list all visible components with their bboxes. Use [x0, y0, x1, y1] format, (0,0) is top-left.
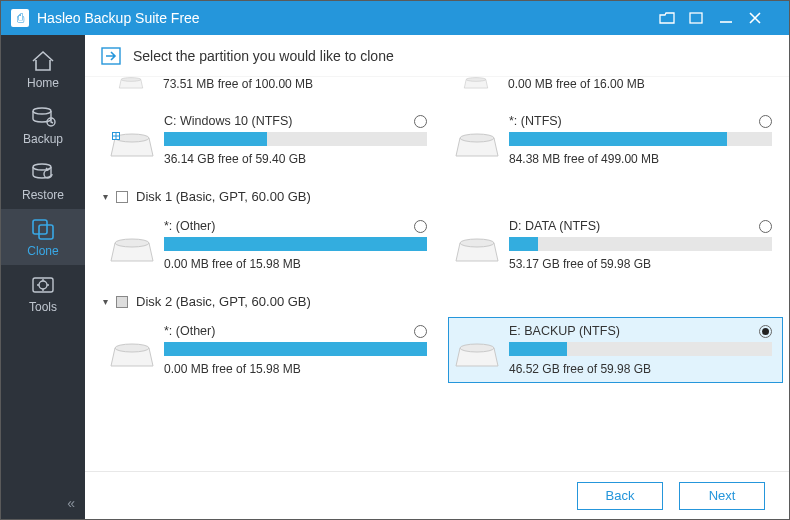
usage-fill [164, 342, 427, 356]
instruction-bar: Select the partition you would like to c… [85, 35, 789, 77]
partition-card[interactable]: D: DATA (NTFS) 53.17 GB free of 59.98 GB [448, 212, 783, 278]
partition-card[interactable]: C: Windows 10 (NTFS) 36.14 GB free of 59… [103, 107, 438, 173]
svg-point-12 [115, 134, 149, 142]
svg-point-22 [460, 344, 494, 352]
partition-free: 73.51 MB free of 100.00 MB [163, 77, 428, 91]
svg-point-18 [460, 134, 494, 142]
partition-label: *: (Other) [164, 219, 406, 233]
partition-radio[interactable] [414, 115, 427, 128]
disk-checkbox[interactable] [116, 296, 128, 308]
partition-radio[interactable] [759, 220, 772, 233]
clone-step-icon [101, 47, 121, 65]
instruction-text: Select the partition you would like to c… [133, 48, 394, 64]
drive-icon [110, 233, 154, 271]
usage-fill [164, 132, 267, 146]
drive-icon [454, 77, 498, 93]
partition-free: 46.52 GB free of 59.98 GB [509, 362, 772, 376]
open-icon[interactable] [659, 11, 689, 25]
drive-icon [455, 128, 499, 166]
home-icon [29, 49, 57, 73]
partition-free: 36.14 GB free of 59.40 GB [164, 152, 427, 166]
restore-icon [29, 161, 57, 185]
usage-fill [509, 237, 538, 251]
usage-bar [164, 237, 427, 251]
svg-point-19 [115, 239, 149, 247]
partition-free: 53.17 GB free of 59.98 GB [509, 257, 772, 271]
partition-radio[interactable] [759, 325, 772, 338]
svg-rect-5 [33, 220, 47, 234]
svg-point-11 [466, 78, 486, 82]
backup-icon [29, 105, 57, 129]
svg-rect-17 [117, 137, 120, 140]
partition-label: D: DATA (NTFS) [509, 219, 751, 233]
app-title: Hasleo Backup Suite Free [37, 10, 659, 26]
sidebar-item-home[interactable]: Home [1, 41, 85, 97]
partition-radio[interactable] [414, 220, 427, 233]
usage-bar [164, 342, 427, 356]
sidebar-item-label: Tools [29, 300, 57, 314]
title-bar: ⎙ Hasleo Backup Suite Free [1, 1, 789, 35]
partition-free: 0.00 MB free of 16.00 MB [508, 77, 773, 91]
svg-rect-15 [117, 133, 120, 136]
usage-bar [164, 132, 427, 146]
drive-icon [455, 338, 499, 376]
clone-icon [29, 217, 57, 241]
partition-scroll-area[interactable]: 73.51 MB free of 100.00 MB 0.00 MB free … [85, 77, 789, 471]
sidebar-item-label: Clone [27, 244, 58, 258]
disk-header[interactable]: ▾ Disk 2 (Basic, GPT, 60.00 GB) [103, 284, 783, 311]
svg-rect-6 [39, 225, 53, 239]
next-button[interactable]: Next [679, 482, 765, 510]
window-maximize-icon[interactable] [689, 12, 719, 24]
svg-point-2 [33, 108, 51, 114]
partition-label: *: (NTFS) [509, 114, 751, 128]
disk-label: Disk 1 (Basic, GPT, 60.00 GB) [136, 189, 311, 204]
drive-icon [110, 128, 154, 166]
sidebar-item-restore[interactable]: Restore [1, 153, 85, 209]
usage-bar [509, 132, 772, 146]
app-logo-icon: ⎙ [11, 9, 29, 27]
usage-fill [164, 237, 427, 251]
usage-fill [509, 342, 567, 356]
partition-free: 0.00 MB free of 15.98 MB [164, 362, 427, 376]
disk-checkbox[interactable] [116, 191, 128, 203]
partition-label: *: (Other) [164, 324, 406, 338]
sidebar-item-tools[interactable]: Tools [1, 265, 85, 321]
svg-rect-14 [113, 133, 116, 136]
disk-header[interactable]: ▾ Disk 1 (Basic, GPT, 60.00 GB) [103, 179, 783, 206]
partition-card[interactable]: *: (NTFS) 84.38 MB free of 499.00 MB [448, 107, 783, 173]
tools-icon [29, 273, 57, 297]
svg-point-10 [121, 78, 141, 82]
svg-point-20 [460, 239, 494, 247]
drive-icon [455, 233, 499, 271]
partition-radio[interactable] [414, 325, 427, 338]
partition-card[interactable]: 73.51 MB free of 100.00 MB [103, 77, 438, 101]
partition-radio[interactable] [759, 115, 772, 128]
window-minimize-icon[interactable] [719, 12, 749, 24]
chevron-down-icon[interactable]: ▾ [103, 296, 108, 307]
partition-free: 0.00 MB free of 15.98 MB [164, 257, 427, 271]
partition-free: 84.38 MB free of 499.00 MB [509, 152, 772, 166]
svg-rect-16 [113, 137, 116, 140]
partition-card[interactable]: *: (Other) 0.00 MB free of 15.98 MB [103, 212, 438, 278]
sidebar-item-backup[interactable]: Backup [1, 97, 85, 153]
partition-card[interactable]: *: (Other) 0.00 MB free of 15.98 MB [103, 317, 438, 383]
usage-bar [509, 237, 772, 251]
back-button[interactable]: Back [577, 482, 663, 510]
window-close-icon[interactable] [749, 12, 779, 24]
sidebar: Home Backup Restore Clone [1, 35, 85, 519]
svg-rect-0 [690, 13, 702, 23]
svg-point-21 [115, 344, 149, 352]
footer: Back Next [85, 471, 789, 519]
chevron-down-icon[interactable]: ▾ [103, 191, 108, 202]
partition-card[interactable]: E: BACKUP (NTFS) 46.52 GB free of 59.98 … [448, 317, 783, 383]
sidebar-collapse-icon[interactable]: « [67, 495, 75, 511]
sidebar-item-label: Home [27, 76, 59, 90]
partition-card[interactable]: 0.00 MB free of 16.00 MB [448, 77, 783, 101]
partition-label: E: BACKUP (NTFS) [509, 324, 751, 338]
usage-bar [509, 342, 772, 356]
drive-icon [110, 338, 154, 376]
sidebar-item-clone[interactable]: Clone [1, 209, 85, 265]
usage-fill [509, 132, 727, 146]
partition-label: C: Windows 10 (NTFS) [164, 114, 406, 128]
svg-point-8 [39, 281, 47, 289]
